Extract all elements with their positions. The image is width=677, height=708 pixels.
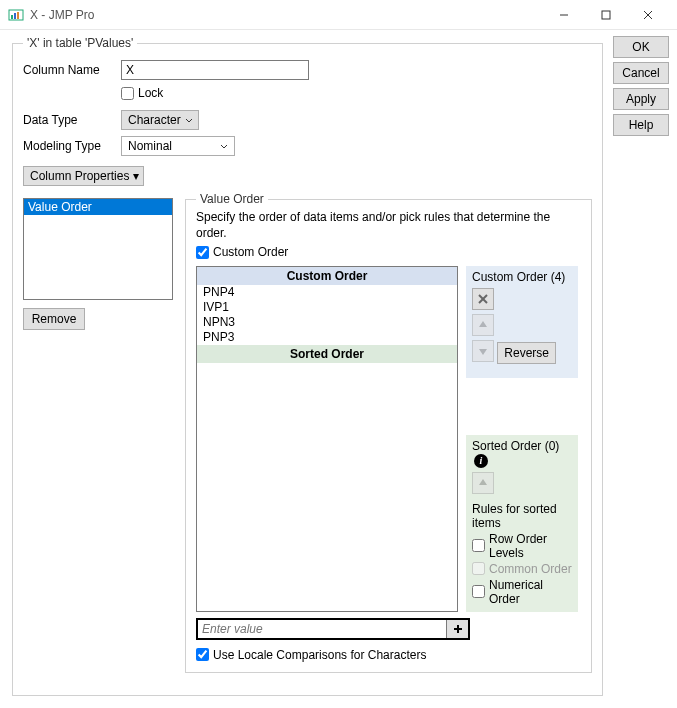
list-item[interactable]: IVP1 — [197, 300, 457, 315]
lock-label: Lock — [138, 86, 163, 100]
enter-value-row — [196, 618, 470, 640]
move-down-button[interactable] — [472, 340, 494, 362]
svg-marker-12 — [479, 479, 487, 485]
apply-button[interactable]: Apply — [613, 88, 669, 110]
custom-order-panel-title: Custom Order (4) — [472, 270, 572, 284]
custom-order-checkbox[interactable]: Custom Order — [196, 245, 288, 259]
rules-label: Rules for sorted items — [472, 502, 572, 530]
row-order-levels-checkbox[interactable]: Row Order Levels — [472, 532, 572, 560]
window-title: X - JMP Pro — [30, 8, 94, 22]
titlebar: X - JMP Pro — [0, 0, 677, 30]
data-type-label: Data Type — [23, 113, 115, 127]
info-icon[interactable]: i — [474, 454, 488, 468]
svg-rect-1 — [11, 15, 13, 19]
move-up-button[interactable] — [472, 314, 494, 336]
column-properties-dropdown[interactable]: Column Properties ▾ — [23, 166, 144, 186]
svg-rect-2 — [14, 13, 16, 19]
custom-order-items: PNP4 IVP1 NPN3 PNP3 — [197, 285, 457, 345]
data-type-select[interactable]: Character — [121, 110, 199, 130]
ok-button[interactable]: OK — [613, 36, 669, 58]
add-value-button[interactable] — [446, 620, 468, 638]
chevron-down-icon — [185, 113, 194, 127]
column-name-input[interactable] — [121, 60, 309, 80]
modeling-type-value: Nominal — [128, 139, 172, 153]
remove-item-button[interactable] — [472, 288, 494, 310]
svg-marker-11 — [479, 349, 487, 355]
list-item[interactable]: NPN3 — [197, 315, 457, 330]
properties-list-item[interactable]: Value Order — [24, 199, 172, 215]
common-order-checkbox: Common Order — [472, 562, 572, 576]
list-item[interactable]: PNP3 — [197, 330, 457, 345]
sorted-order-header: Sorted Order — [197, 345, 457, 363]
column-properties-label: Column Properties — [30, 169, 129, 183]
value-order-legend: Value Order — [196, 192, 268, 206]
modeling-type-select[interactable]: Nominal — [121, 136, 235, 156]
column-name-label: Column Name — [23, 63, 115, 77]
chevron-down-icon — [218, 139, 230, 153]
list-item[interactable]: PNP4 — [197, 285, 457, 300]
enter-value-input[interactable] — [198, 620, 446, 638]
window-maximize-button[interactable] — [585, 0, 627, 30]
svg-rect-3 — [17, 12, 19, 19]
numerical-order-checkbox[interactable]: Numerical Order — [472, 578, 572, 606]
lock-checkbox[interactable]: Lock — [121, 86, 163, 100]
sorted-order-panel-title: Sorted Order (0) i — [472, 439, 572, 468]
window-minimize-button[interactable] — [543, 0, 585, 30]
locale-comparisons-checkbox[interactable]: Use Locale Comparisons for Characters — [196, 648, 581, 662]
properties-list[interactable]: Value Order — [23, 198, 173, 300]
sorted-order-panel: Sorted Order (0) i Rules for sorted item… — [466, 435, 578, 612]
sorted-move-up-button[interactable] — [472, 472, 494, 494]
group-legend: 'X' in table 'PValues' — [23, 36, 137, 50]
lock-checkbox-input[interactable] — [121, 87, 134, 100]
svg-rect-5 — [602, 11, 610, 19]
data-type-value: Character — [128, 113, 181, 127]
window-close-button[interactable] — [627, 0, 669, 30]
custom-order-header: Custom Order — [197, 267, 457, 285]
help-button[interactable]: Help — [613, 114, 669, 136]
custom-order-panel: Custom Order (4) Reverse — [466, 266, 578, 378]
modeling-type-label: Modeling Type — [23, 139, 115, 153]
remove-button[interactable]: Remove — [23, 308, 85, 330]
value-order-description: Specify the order of data items and/or p… — [196, 210, 581, 241]
cancel-button[interactable]: Cancel — [613, 62, 669, 84]
custom-order-checkbox-label: Custom Order — [213, 245, 288, 259]
custom-order-checkbox-input[interactable] — [196, 246, 209, 259]
jmp-app-icon — [8, 7, 24, 23]
svg-marker-10 — [479, 321, 487, 327]
order-listbox[interactable]: Custom Order PNP4 IVP1 NPN3 PNP3 Sorted … — [196, 266, 458, 612]
reverse-button[interactable]: Reverse — [497, 342, 556, 364]
column-info-group: 'X' in table 'PValues' Column Name Lock … — [12, 36, 603, 696]
triangle-down-icon: ▾ — [133, 169, 139, 183]
value-order-group: Value Order Specify the order of data it… — [185, 192, 592, 673]
